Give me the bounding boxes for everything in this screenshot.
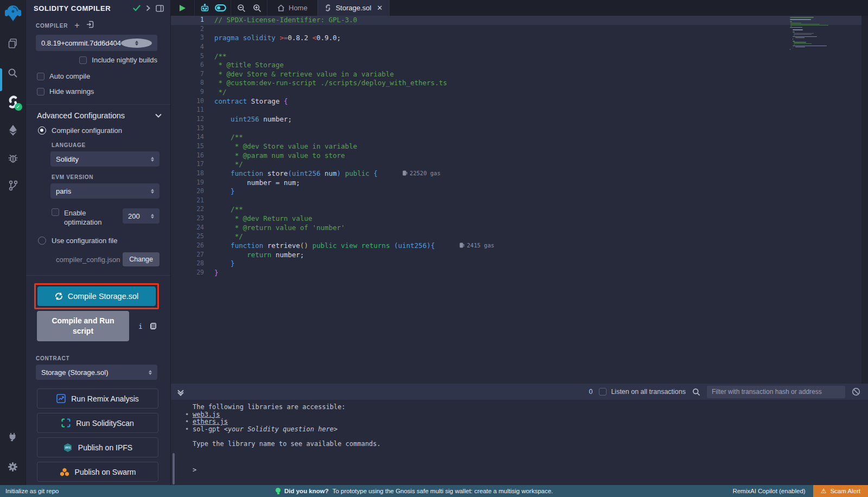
editor-scrollbar[interactable] [861, 16, 868, 384]
bullet: • [185, 426, 193, 434]
tab-home-label: Home [289, 4, 308, 12]
contract-section-label: CONTRACT [36, 355, 170, 361]
expand-terminal-icon[interactable] [178, 388, 183, 395]
git-init-status[interactable]: Initialize as git repo [5, 488, 59, 494]
transaction-filter-input[interactable] [707, 386, 845, 398]
code-line: 4 [171, 43, 868, 52]
code-line: 11 [171, 106, 868, 115]
line-number: 16 [171, 151, 204, 159]
copilot-status: RemixAI Copilot (enabled) [732, 488, 805, 494]
chevron-right-icon[interactable] [146, 5, 150, 11]
settings-gear-icon[interactable] [0, 456, 26, 477]
load-compiler-file-icon[interactable] [86, 21, 94, 30]
lightbulb-icon [276, 488, 280, 494]
tab-home[interactable]: Home [267, 0, 317, 16]
optimization-runs-input[interactable]: 200 [123, 208, 159, 224]
copilot-toggle-icon[interactable] [213, 0, 228, 16]
line-number: 28 [171, 259, 204, 267]
scam-alert-badge[interactable]: ⚠ Scam Alert [813, 485, 868, 497]
enable-optimization-label: Enable optimization [64, 208, 112, 227]
code-line: 18 function store(uint256 num) public {2… [171, 169, 868, 179]
action-button-label: Publish on IPFS [78, 443, 132, 452]
add-compiler-icon[interactable]: + [74, 23, 79, 28]
action-ipfs-button[interactable]: IPFSPublish on IPFS [37, 437, 158, 457]
terminal-search-icon[interactable] [692, 388, 700, 396]
ipfs-icon: IPFS [63, 443, 73, 453]
refresh-icon [55, 292, 63, 300]
code-line: 21 [171, 196, 868, 206]
line-number: 7 [171, 70, 204, 78]
code-line: 1// SPDX-License-Identifier: GPL-3.0 [171, 16, 868, 25]
tab-storage-sol[interactable]: Storage.sol ✕ [317, 0, 390, 16]
compiler-section-label: COMPILER [36, 23, 68, 29]
config-file-name: compiler_config.json [56, 256, 123, 264]
line-number: 25 [171, 232, 204, 240]
line-number: 24 [171, 224, 204, 231]
enable-optimization-checkbox[interactable] [52, 208, 59, 216]
action-button-label: Run Remix Analysis [71, 394, 139, 403]
compiler-configuration-radio[interactable] [38, 126, 46, 135]
run-script-play-icon[interactable] [175, 0, 190, 16]
terminal-scrollbar[interactable] [173, 453, 175, 485]
clear-console-icon[interactable] [852, 387, 860, 396]
line-number: 5 [171, 52, 204, 60]
minimap[interactable] [787, 16, 861, 384]
action-button-label: Publish on Swarm [75, 468, 136, 476]
version-stepper-icon [121, 39, 152, 48]
library-link[interactable]: ethers.js [193, 418, 228, 425]
use-configuration-file-radio[interactable] [38, 237, 46, 245]
auto-compile-checkbox[interactable] [37, 73, 44, 80]
line-number: 1 [171, 16, 204, 23]
action-swarm-button[interactable]: Publish on Swarm [37, 462, 158, 482]
line-number: 22 [171, 205, 204, 213]
library-link[interactable]: web3.js [193, 411, 220, 418]
code-line: 12 uint256 number; [171, 115, 868, 124]
terminal-output[interactable]: The following libraries are accessible:•… [171, 400, 868, 485]
line-number: 29 [171, 269, 204, 276]
compile-button[interactable]: Compile Storage.sol [37, 286, 156, 306]
solidity-file-icon [324, 4, 331, 11]
compiler-version-select[interactable]: 0.8.19+commit.7dd6d404 [36, 35, 157, 51]
line-number: 8 [171, 79, 204, 86]
compile-and-run-button[interactable]: Compile and Run script [37, 311, 129, 341]
evm-version-select[interactable]: paris [50, 183, 159, 199]
action-chart-button[interactable]: Run Remix Analysis [37, 388, 158, 409]
zoom-in-icon[interactable] [249, 0, 265, 16]
code-line: 9 */ [171, 88, 868, 97]
info-icon[interactable]: i [138, 322, 143, 330]
evm-version-label: EVM VERSION [52, 174, 170, 180]
language-value: Solidity [56, 155, 79, 163]
language-select[interactable]: Solidity [50, 151, 159, 167]
gas-estimate: 2415 gas [459, 242, 494, 248]
compiled-check-icon [133, 5, 141, 11]
git-icon[interactable] [0, 175, 26, 196]
auto-compile-label: Auto compile [49, 72, 90, 80]
include-nightly-checkbox[interactable] [79, 56, 87, 64]
home-icon [277, 4, 285, 11]
remix-logo-icon[interactable] [0, 0, 26, 25]
hide-warnings-checkbox[interactable] [37, 88, 44, 95]
contract-select[interactable]: Storage (Storage.sol) [36, 365, 157, 380]
pin-panel-icon[interactable] [156, 5, 164, 12]
zoom-out-icon[interactable] [233, 0, 249, 16]
editor-toolbar: Home Storage.sol ✕ [171, 0, 868, 16]
change-config-button[interactable]: Change [123, 252, 159, 266]
did-you-know-text: To prototype using the Gnosis safe multi… [333, 488, 553, 494]
close-tab-icon[interactable]: ✕ [376, 4, 382, 12]
listen-all-transactions-checkbox[interactable] [599, 388, 607, 396]
debugger-icon[interactable] [0, 148, 26, 169]
deploy-run-icon[interactable] [0, 119, 26, 141]
terminal-prompt[interactable]: > [193, 467, 868, 474]
action-scan-button[interactable]: Run SolidityScan [37, 413, 158, 433]
file-explorer-icon[interactable] [0, 33, 26, 54]
plugin-manager-icon[interactable] [0, 425, 26, 447]
language-label: LANGUAGE [52, 142, 170, 148]
copy-icon[interactable] [150, 323, 156, 329]
search-icon[interactable] [0, 62, 26, 84]
bullet: • [185, 418, 193, 426]
code-editor[interactable]: 1// SPDX-License-Identifier: GPL-3.023pr… [171, 16, 868, 384]
solidity-compiler-icon[interactable]: ✓ [0, 91, 26, 113]
ai-copilot-robot-icon[interactable] [197, 0, 213, 16]
line-number: 10 [171, 97, 204, 105]
advanced-configurations-header[interactable]: Advanced Configurations [26, 104, 170, 120]
